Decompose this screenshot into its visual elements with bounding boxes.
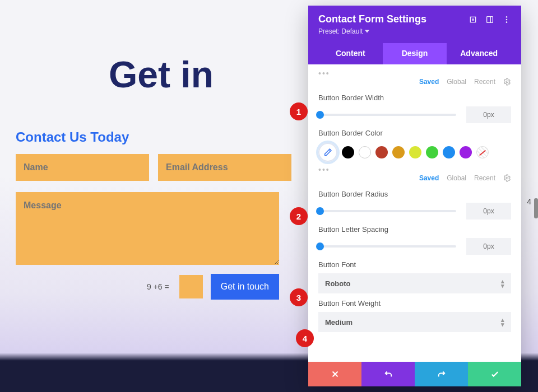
eyedropper-icon	[323, 148, 332, 157]
page-floating-number: 4	[527, 197, 531, 206]
updown-icon: ▴▾	[501, 318, 504, 326]
captcha-input[interactable]	[179, 275, 203, 298]
select-button-font-value: Roboto	[325, 279, 350, 288]
select-font-weight-value: Medium	[325, 318, 353, 326]
name-field[interactable]	[16, 154, 149, 181]
tag-saved[interactable]: Saved	[419, 78, 439, 86]
svg-point-5	[506, 18, 508, 20]
redo-button[interactable]	[415, 362, 468, 386]
swatch-lime[interactable]	[409, 146, 421, 158]
swatch-green[interactable]	[426, 146, 438, 158]
chevron-down-icon	[365, 29, 369, 34]
select-button-font[interactable]: Roboto ▴▾	[318, 273, 511, 293]
kebab-icon[interactable]	[502, 15, 511, 24]
scrollbar-stub[interactable]	[534, 198, 538, 218]
redo-icon	[437, 369, 447, 379]
tag-recent[interactable]: Recent	[474, 174, 495, 182]
undo-button[interactable]	[361, 362, 415, 386]
preset-label: Preset: Default	[318, 27, 363, 35]
callout-2: 2	[290, 208, 307, 225]
page-title: Get in	[0, 53, 303, 96]
overflow-dots-icon[interactable]: •••	[318, 69, 511, 78]
tag-global[interactable]: Global	[447, 78, 466, 86]
message-field[interactable]	[16, 192, 279, 265]
label-button-font: Button Font	[318, 260, 511, 269]
gear-icon[interactable]	[503, 174, 511, 182]
svg-rect-0	[470, 17, 475, 22]
settings-panel: Contact Form Settings Preset: Default Co…	[308, 6, 521, 386]
swatch-purple[interactable]	[460, 146, 472, 158]
slider-letter-spacing[interactable]	[318, 245, 456, 248]
swatch-none[interactable]	[476, 146, 489, 158]
close-icon	[330, 369, 340, 379]
value-border-radius[interactable]	[466, 203, 511, 220]
preset-selector[interactable]: Preset: Default	[318, 27, 511, 35]
captcha-question: 9 +6 =	[147, 282, 169, 291]
select-font-weight[interactable]: Medium ▴▾	[318, 312, 511, 332]
side-panel-icon[interactable]	[485, 15, 494, 24]
value-letter-spacing[interactable]	[466, 238, 511, 255]
close-button[interactable]	[308, 362, 361, 386]
label-border-radius: Button Border Radius	[318, 190, 511, 198]
swatch-white[interactable]	[359, 146, 371, 158]
callout-1: 1	[290, 103, 307, 120]
label-border-width: Button Border Width	[318, 94, 511, 102]
panel-title: Contact Form Settings	[318, 13, 461, 25]
svg-point-6	[506, 21, 508, 23]
slider-thumb[interactable]	[316, 111, 324, 119]
submit-button[interactable]: Get in touch	[211, 274, 279, 300]
tag-recent[interactable]: Recent	[474, 78, 495, 86]
eyedropper-button[interactable]	[318, 143, 337, 162]
overflow-dots-icon[interactable]: •••	[318, 165, 511, 174]
callout-3: 3	[290, 289, 307, 306]
swatch-blue[interactable]	[443, 146, 455, 158]
swatch-red[interactable]	[375, 146, 388, 158]
panel-header: Contact Form Settings Preset: Default Co…	[308, 6, 521, 64]
label-font-weight: Button Font Weight	[318, 299, 511, 307]
fullscreen-icon[interactable]	[469, 15, 477, 24]
tab-content[interactable]: Content	[318, 43, 383, 64]
svg-point-7	[506, 81, 508, 83]
check-icon	[490, 369, 500, 379]
panel-body: ••• Saved Global Recent Button Border Wi…	[308, 64, 521, 362]
svg-point-4	[506, 16, 508, 18]
value-border-width[interactable]	[466, 106, 511, 123]
label-border-color: Button Border Color	[318, 129, 511, 137]
swatch-amber[interactable]	[392, 146, 405, 158]
gear-icon[interactable]	[503, 78, 511, 86]
tag-global[interactable]: Global	[447, 174, 466, 182]
label-letter-spacing: Button Letter Spacing	[318, 225, 511, 234]
svg-point-1	[472, 18, 474, 20]
slider-border-width[interactable]	[318, 114, 456, 116]
swatch-black[interactable]	[342, 146, 354, 158]
svg-rect-2	[487, 16, 493, 22]
slider-border-radius[interactable]	[318, 210, 456, 212]
tag-saved[interactable]: Saved	[419, 174, 439, 182]
tab-advanced[interactable]: Advanced	[447, 43, 511, 64]
slider-thumb[interactable]	[316, 207, 324, 215]
updown-icon: ▴▾	[501, 279, 504, 288]
undo-icon	[383, 369, 393, 379]
confirm-button[interactable]	[468, 362, 521, 386]
contact-form: 9 +6 = Get in touch	[16, 154, 279, 300]
email-field[interactable]	[158, 154, 291, 181]
tab-design[interactable]: Design	[383, 43, 447, 64]
svg-point-8	[506, 177, 508, 179]
callout-4: 4	[296, 330, 313, 347]
slider-thumb[interactable]	[316, 242, 324, 250]
panel-footer	[308, 362, 521, 386]
